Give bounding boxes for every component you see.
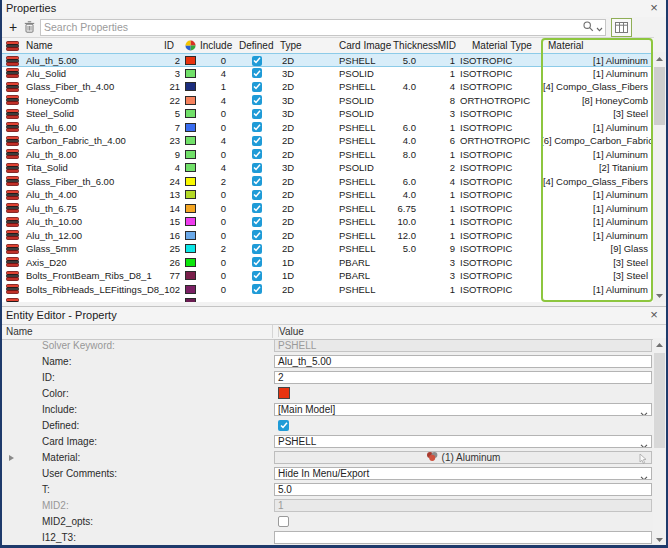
table-row[interactable]: Glass_Fiber_th_4.002112DPSHELL4.04ISOTRO… <box>2 80 654 94</box>
defined-checkbox[interactable] <box>252 217 262 227</box>
column-header-include[interactable]: Include <box>198 39 234 52</box>
defined-checkbox[interactable] <box>252 176 262 186</box>
table-row[interactable]: Alu_Solid343DPSOLID1ISOTROPIC[1] Aluminu… <box>2 67 654 81</box>
search-icon[interactable] <box>583 18 594 36</box>
scroll-thumb[interactable] <box>654 353 665 448</box>
table-row[interactable]: Alu_th_10.001502DPSHELL10.01ISOTROPIC[1]… <box>2 215 654 229</box>
color-swatch[interactable] <box>182 80 198 93</box>
color-swatch[interactable] <box>278 387 290 399</box>
defined-checkbox[interactable] <box>252 257 262 267</box>
chevron-down-icon[interactable] <box>640 408 648 416</box>
table-row[interactable]: HoneyComb2243DPSOLID8ORTHOTROPIC[8] Hone… <box>2 94 654 108</box>
color-swatch[interactable] <box>182 148 198 161</box>
value-field[interactable]: 5.0 <box>274 483 652 496</box>
column-header-type[interactable]: Type <box>280 39 335 52</box>
defined-checkbox[interactable] <box>252 284 262 294</box>
cell-id: 14 <box>164 202 182 215</box>
color-swatch[interactable] <box>182 188 198 201</box>
table-row[interactable]: Axis_D202601DPBARL3ISOTROPIC[3] Steel <box>2 256 654 270</box>
color-swatch[interactable] <box>182 215 198 228</box>
defined-checkbox[interactable] <box>252 122 262 132</box>
add-property-button[interactable]: + <box>5 19 21 35</box>
chevron-down-icon[interactable] <box>640 472 648 480</box>
defined-checkbox[interactable] <box>252 163 262 173</box>
delete-icon[interactable] <box>21 19 37 35</box>
table-row[interactable]: Glass_5mm2522DPSHELL5.09ISOTROPIC[9] Gla… <box>2 242 654 256</box>
defined-checkbox[interactable] <box>252 82 262 92</box>
value-field[interactable] <box>274 531 652 544</box>
column-header-name[interactable]: Name <box>24 39 164 52</box>
color-swatch[interactable] <box>182 54 198 67</box>
color-swatch[interactable] <box>182 202 198 215</box>
color-swatch[interactable] <box>182 296 198 302</box>
value-dropdown[interactable]: Hide In Menu/Export <box>274 467 652 480</box>
column-header-id[interactable]: ID <box>164 39 182 52</box>
color-swatch[interactable] <box>182 175 198 188</box>
table-row[interactable]: Glass_Fiber_th_6.002422DPSHELL6.04ISOTRO… <box>2 175 654 189</box>
column-header-material-type[interactable]: Material Type <box>458 39 541 52</box>
table-row[interactable]: Alu_th_6.751402DPSHELL6.751ISOTROPIC[1] … <box>2 202 654 216</box>
entity-editor-scrollbar[interactable] <box>653 338 666 546</box>
table-row[interactable]: Alu_th_12.001602DPSHELL12.01ISOTROPIC[1]… <box>2 229 654 243</box>
table-row[interactable]: Alu_th_6.00702DPSHELL6.01ISOTROPIC[1] Al… <box>2 121 654 135</box>
cell-include: 4 <box>198 134 234 147</box>
color-swatch[interactable] <box>182 242 198 255</box>
table-row[interactable]: Steel_Solid503DPSOLID3ISOTROPIC[3] Steel <box>2 107 654 121</box>
search-input[interactable] <box>41 20 583 34</box>
defined-checkbox[interactable] <box>252 203 262 213</box>
scroll-up-icon[interactable] <box>653 52 666 65</box>
column-header-defined[interactable]: Defined <box>234 39 280 52</box>
color-swatch[interactable] <box>182 161 198 174</box>
close-icon[interactable]: × <box>647 307 661 322</box>
scroll-up-icon[interactable] <box>653 338 666 351</box>
table-row[interactable]: Tita_Solid443DPSOLID2ISOTROPIC[2] Titani… <box>2 161 654 175</box>
checkbox[interactable] <box>278 516 289 527</box>
defined-checkbox[interactable] <box>252 230 262 240</box>
table-row[interactable]: Alu_th_5.00202DPSHELL5.01ISOTROPIC[1] Al… <box>2 53 654 67</box>
defined-checkbox[interactable] <box>252 136 262 146</box>
scroll-down-icon[interactable] <box>653 533 666 546</box>
value-dropdown[interactable]: PSHELL <box>274 435 652 448</box>
color-swatch[interactable] <box>182 94 198 107</box>
column-header-material[interactable]: Material <box>541 39 654 52</box>
defined-checkbox[interactable] <box>252 190 262 200</box>
table-scrollbar[interactable] <box>653 52 666 302</box>
defined-checkbox[interactable] <box>252 56 262 66</box>
color-swatch[interactable] <box>182 269 198 282</box>
defined-checkbox[interactable] <box>252 149 262 159</box>
defined-checkbox[interactable] <box>252 68 262 78</box>
value-field[interactable]: 2 <box>274 371 652 384</box>
color-swatch[interactable] <box>182 283 198 296</box>
color-swatch[interactable] <box>182 256 198 269</box>
defined-checkbox[interactable] <box>252 244 262 254</box>
color-swatch[interactable] <box>182 229 198 242</box>
color-swatch[interactable] <box>182 67 198 80</box>
color-swatch[interactable] <box>182 121 198 134</box>
search-options-chevron-icon[interactable] <box>596 18 603 36</box>
defined-checkbox[interactable] <box>252 95 262 105</box>
column-layout-icon[interactable] <box>611 18 632 37</box>
column-header-mid[interactable]: MID <box>435 39 458 52</box>
close-icon[interactable]: × <box>647 0 661 15</box>
defined-checkbox[interactable] <box>252 109 262 119</box>
color-swatch[interactable] <box>182 134 198 147</box>
table-row[interactable]: Alu_th_4.001302DPSHELL4.01ISOTROPIC[1] A… <box>2 188 654 202</box>
scroll-down-icon[interactable] <box>653 289 666 302</box>
table-row[interactable]: Carbon_Fabric_th_4.002342DPSHELL4.06ORTH… <box>2 134 654 148</box>
scroll-thumb[interactable] <box>654 67 665 125</box>
column-header-card-image[interactable]: Card Image <box>335 39 391 52</box>
defined-checkbox[interactable] <box>252 271 262 281</box>
table-row[interactable]: Alu_th_8.00902DPSHELL8.01ISOTROPIC[1] Al… <box>2 148 654 162</box>
value-dropdown[interactable]: [Main Model] <box>274 403 652 416</box>
value-field[interactable]: Alu_th_5.00 <box>274 355 652 368</box>
color-swatch[interactable] <box>182 107 198 120</box>
expand-icon[interactable] <box>9 455 14 461</box>
table-row[interactable]: Bolts_RibHeads_LEFittings_D8_210202DPSHE… <box>2 283 654 297</box>
table-row[interactable]: Bolts_FrontBeam_Ribs_D8_17701DPBARL3ISOT… <box>2 269 654 283</box>
color-wheel-icon[interactable] <box>182 39 198 52</box>
chevron-down-icon[interactable] <box>640 440 648 448</box>
table-row[interactable] <box>2 296 654 302</box>
material-field[interactable]: (1) Aluminum <box>274 451 652 464</box>
checkbox[interactable] <box>278 420 289 431</box>
column-header-thickness[interactable]: Thickness <box>391 39 435 52</box>
